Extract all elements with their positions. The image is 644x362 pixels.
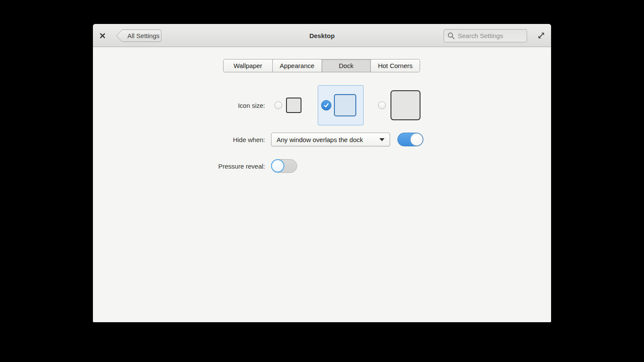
tab-hot-corners[interactable]: Hot Corners: [371, 59, 420, 72]
close-button[interactable]: [98, 31, 107, 40]
pressure-reveal-label: Pressure reveal:: [179, 163, 265, 170]
icon-size-small-radio[interactable]: [274, 101, 282, 109]
icon-size-large-radio[interactable]: [378, 101, 386, 109]
hide-when-selected-value: Any window overlaps the dock: [277, 136, 379, 143]
tab-appearance[interactable]: Appearance: [273, 59, 322, 72]
headerbar: All Settings Desktop: [93, 24, 551, 47]
settings-window: All Settings Desktop Wallpaper Appearanc…: [93, 24, 551, 322]
hide-when-dropdown[interactable]: Any window overlaps the dock: [271, 133, 390, 146]
icon-size-medium-radio-checked[interactable]: [321, 100, 331, 110]
pressure-reveal-toggle-off[interactable]: [271, 159, 297, 173]
search-input[interactable]: [458, 32, 523, 39]
toggle-knob: [410, 133, 423, 146]
hide-when-toggle-on[interactable]: [397, 133, 423, 146]
icon-size-small-preview[interactable]: [286, 98, 301, 113]
expand-icon: [537, 32, 545, 39]
search-icon: [447, 32, 455, 39]
icon-size-large-preview[interactable]: [391, 90, 420, 120]
all-settings-back-button[interactable]: All Settings: [116, 29, 162, 42]
close-icon: [100, 33, 105, 39]
icon-size-label: Icon size:: [179, 102, 265, 109]
icon-size-medium-preview[interactable]: [334, 94, 356, 116]
search-field[interactable]: [444, 29, 527, 42]
toggle-knob: [271, 159, 284, 172]
tab-bar: Wallpaper Appearance Dock Hot Corners: [223, 59, 420, 72]
check-icon: [323, 102, 329, 108]
hide-when-label: Hide when:: [179, 136, 265, 143]
chevron-down-icon: [379, 138, 385, 141]
tab-wallpaper[interactable]: Wallpaper: [224, 59, 273, 72]
maximize-button[interactable]: [537, 31, 546, 40]
tab-dock[interactable]: Dock: [322, 59, 371, 72]
back-button-label: All Settings: [125, 29, 161, 42]
